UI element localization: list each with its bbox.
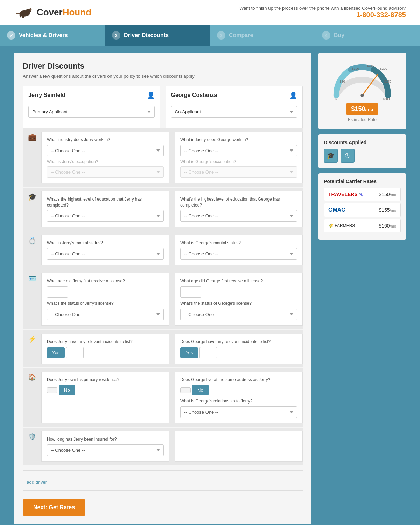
george-header-card: George Costanza 👤 Co-Applicant bbox=[166, 86, 303, 128]
carrier-farmers[interactable]: 🌾 FARMERS $160/mo bbox=[324, 219, 401, 232]
education-section: 🎓 What's the highest level of education … bbox=[23, 188, 303, 231]
svg-point-2 bbox=[29, 8, 31, 11]
insured-section: 🛡️ How long has Jerry been insured for? … bbox=[23, 428, 303, 465]
jerry-residence-no[interactable]: No bbox=[59, 385, 75, 396]
step-compare-label: Compare bbox=[229, 32, 253, 38]
driver-headers: Jerry Seinfeld 👤 Primary Applicant Georg… bbox=[23, 86, 303, 128]
george-industry-block: What industry does George work in? -- Ch… bbox=[175, 132, 303, 183]
step-compare-number: 3 bbox=[217, 31, 225, 40]
george-marital-label: What is George's marital status? bbox=[180, 240, 297, 246]
license-questions-row: What age did Jerry first receive a licen… bbox=[41, 273, 303, 326]
farmers-price: $160/mo bbox=[379, 223, 397, 229]
george-marital-select[interactable]: -- Choose One -- bbox=[180, 248, 297, 260]
next-button[interactable]: Next: Get Rates bbox=[23, 499, 85, 516]
carrier-travelers[interactable]: TRAVELERS 🌂 $150/mo bbox=[324, 188, 401, 201]
george-incidents-count-input[interactable] bbox=[200, 347, 217, 358]
george-education-select[interactable]: -- Choose One -- bbox=[180, 210, 297, 222]
jerry-incidents-label: Does Jerry have any relevant incidents t… bbox=[47, 339, 164, 345]
george-relationship-label: What is George's relationship to Jerry? bbox=[180, 398, 297, 404]
george-marital-block: What is George's marital status? -- Choo… bbox=[175, 235, 303, 265]
svg-point-8 bbox=[360, 94, 364, 97]
george-occupation-label: What is George's occupation? bbox=[180, 159, 297, 164]
george-address-yes[interactable] bbox=[180, 387, 191, 393]
graduation-icon: 🎓 bbox=[27, 191, 38, 202]
gauge-rate-display: $150/mo bbox=[326, 103, 399, 117]
george-role-select[interactable]: Co-Applicant bbox=[171, 106, 298, 118]
carrier-gmac[interactable]: GMAC $155/mo bbox=[324, 203, 401, 217]
step-discounts-label: Driver Discounts bbox=[124, 32, 169, 38]
briefcase-icon: 💼 bbox=[27, 132, 38, 143]
discounts-section: Discounts Applied 🎓 ⏱ bbox=[318, 134, 406, 168]
main-content: Driver Discounts Answer a few questions … bbox=[0, 46, 420, 525]
step-compare[interactable]: 3 Compare bbox=[210, 25, 315, 46]
marital-section: 💍 What is Jerry's marital status? -- Cho… bbox=[23, 231, 303, 269]
jerry-incidents-block: Does Jerry have any relevant incidents t… bbox=[41, 334, 169, 364]
jerry-license-status-select[interactable]: -- Choose One -- bbox=[47, 309, 164, 320]
svg-text:$50: $50 bbox=[340, 80, 345, 83]
george-relationship-select[interactable]: -- Choose One -- bbox=[180, 406, 297, 418]
svg-text:$300: $300 bbox=[383, 97, 390, 101]
jerry-incidents-yes[interactable]: Yes bbox=[47, 347, 65, 358]
farmers-logo: 🌾 FARMERS bbox=[328, 223, 355, 228]
jerry-marital-select[interactable]: -- Choose One -- bbox=[47, 248, 164, 260]
residence-section: 🏠 Does Jerry own his primary residence? … bbox=[23, 368, 303, 427]
logo-wordmark: CoverHound bbox=[37, 7, 91, 18]
jerry-marital-label: What is Jerry's marital status? bbox=[47, 240, 164, 246]
george-insured-placeholder bbox=[175, 431, 303, 462]
george-education-label: What's the highest level of education th… bbox=[180, 196, 297, 208]
gauge-container: $0 $50 $100 $150 $200 $250 $300 $150/mo … bbox=[318, 53, 406, 129]
gauge-value: $150/mo bbox=[346, 103, 378, 115]
george-license-age-label: What age did George first receive a lice… bbox=[180, 278, 297, 284]
george-address-yn: No bbox=[180, 385, 297, 396]
george-industry-select[interactable]: -- Choose One -- bbox=[180, 145, 297, 156]
jerry-incidents-yn: Yes bbox=[47, 347, 164, 358]
logo-dog-icon bbox=[14, 5, 35, 19]
education-questions-row: What's the highest level of education th… bbox=[41, 191, 303, 227]
george-license-age-input[interactable] bbox=[180, 286, 201, 298]
svg-point-6 bbox=[16, 13, 20, 15]
jerry-occupation-select[interactable]: -- Choose One -- bbox=[47, 166, 164, 178]
jerry-role-select[interactable]: Primary Applicant bbox=[28, 106, 155, 118]
gauge-label: Estimated Rate bbox=[326, 117, 399, 122]
discount-badge-education: 🎓 bbox=[324, 149, 338, 163]
residence-questions-row: Does Jerry own his primary residence? No… bbox=[41, 372, 303, 424]
marital-questions-row: What is Jerry's marital status? -- Choos… bbox=[41, 235, 303, 265]
jerry-marital-block: What is Jerry's marital status? -- Choos… bbox=[41, 235, 169, 265]
gmac-price: $155/mo bbox=[379, 207, 397, 213]
george-incidents-block: Does George have any relevant incidents … bbox=[175, 334, 303, 364]
logo: CoverHound bbox=[14, 5, 91, 19]
add-driver-link[interactable]: + add driver bbox=[23, 479, 47, 485]
gauge-svg: $0 $50 $100 $150 $200 $250 $300 bbox=[327, 60, 397, 102]
form-title: Driver Discounts bbox=[23, 62, 303, 71]
form-panel: Driver Discounts Answer a few questions … bbox=[14, 53, 312, 524]
svg-text:$250: $250 bbox=[384, 80, 392, 83]
svg-point-5 bbox=[22, 15, 24, 18]
george-incidents-yes[interactable]: Yes bbox=[180, 347, 198, 358]
step-buy[interactable]: 4 Buy bbox=[315, 25, 420, 46]
step-discounts[interactable]: 2 Driver Discounts bbox=[105, 25, 210, 46]
jerry-residence-yes[interactable] bbox=[47, 387, 57, 393]
jerry-insured-block: How long has Jerry been insured for? -- … bbox=[41, 431, 169, 462]
step-vehicles[interactable]: ✓ Vehicles & Drivers bbox=[0, 25, 105, 46]
jerry-education-select[interactable]: -- Choose One -- bbox=[47, 210, 164, 222]
george-license-status-select[interactable]: -- Choose One -- bbox=[180, 309, 297, 320]
svg-text:$100: $100 bbox=[352, 67, 359, 70]
jerry-incidents-count-input[interactable] bbox=[66, 347, 84, 358]
jerry-residence-yn: No bbox=[47, 385, 164, 396]
george-industry-label: What industry does George work in? bbox=[180, 137, 297, 143]
gmac-logo: GMAC bbox=[328, 207, 345, 213]
svg-text:$0: $0 bbox=[335, 97, 338, 101]
george-occupation-select[interactable]: -- Choose One -- bbox=[180, 166, 297, 178]
jerry-industry-select[interactable]: -- Choose One -- bbox=[47, 145, 164, 156]
step-buy-number: 4 bbox=[322, 31, 330, 40]
jerry-education-block: What's the highest level of education th… bbox=[41, 191, 169, 227]
jerry-header-card: Jerry Seinfeld 👤 Primary Applicant bbox=[23, 86, 160, 128]
george-address-no[interactable]: No bbox=[192, 385, 209, 396]
jerry-insured-select[interactable]: -- Choose One -- bbox=[47, 444, 164, 456]
ring-icon: 💍 bbox=[27, 235, 38, 246]
jerry-license-age-input[interactable] bbox=[47, 286, 68, 298]
right-panel: $0 $50 $100 $150 $200 $250 $300 $150/mo … bbox=[318, 53, 406, 524]
phone-number[interactable]: 1-800-332-8785 bbox=[239, 11, 406, 19]
incidents-section: ⚡ Does Jerry have any relevant incidents… bbox=[23, 330, 303, 368]
logo-hound: Hound bbox=[63, 7, 91, 18]
